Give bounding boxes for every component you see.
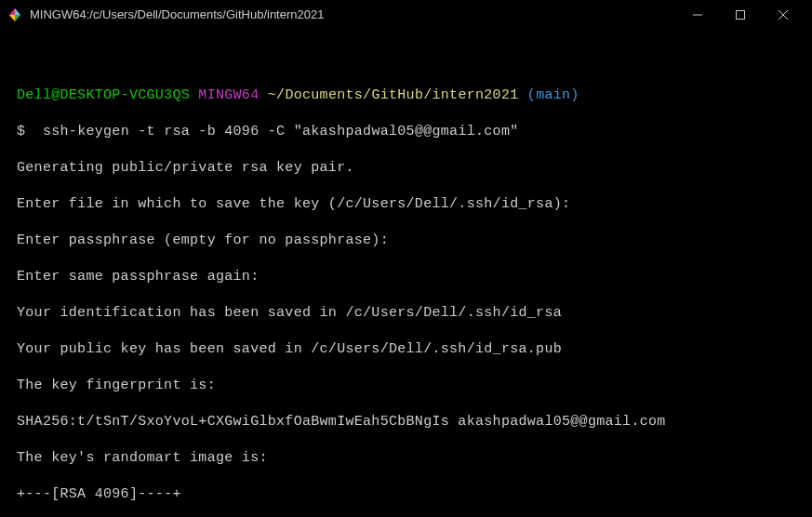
svg-marker-1 [15, 8, 20, 15]
prompt-symbol: $ [17, 124, 25, 139]
output-line: The key's randomart image is: [17, 449, 808, 468]
output-line: Enter same passphrase again: [17, 268, 808, 286]
svg-marker-3 [15, 15, 20, 21]
minimize-button[interactable] [676, 0, 719, 30]
svg-marker-2 [9, 15, 15, 21]
output-line: Your public key has been saved in /c/Use… [17, 340, 808, 359]
close-button[interactable] [762, 0, 805, 30]
maximize-button[interactable] [719, 0, 762, 30]
output-line: SHA256:t/tSnT/SxoYvoL+CXGwiGlbxfOaBwmIwE… [17, 413, 808, 431]
prompt-host: MINGW64 [198, 87, 259, 103]
output-line: Enter file in which to save the key (/c/… [17, 195, 808, 214]
command-line: $ ssh-keygen -t rsa -b 4096 -C "akashpad… [17, 123, 808, 141]
prompt-line: Dell@DESKTOP-VCGU3QS MINGW64 ~/Documents… [17, 86, 808, 105]
window-title: MINGW64:/c/Users/Dell/Documents/GitHub/i… [30, 7, 676, 23]
blank-line [17, 52, 808, 69]
window-titlebar: MINGW64:/c/Users/Dell/Documents/GitHub/i… [0, 0, 812, 30]
output-line: The key fingerprint is: [17, 377, 808, 395]
output-line: Enter passphrase (empty for no passphras… [17, 232, 808, 250]
prompt-path: ~/Documents/GitHub/intern2021 [268, 87, 519, 103]
svg-rect-5 [737, 11, 745, 20]
prompt-user: Dell@DESKTOP-VCGU3QS [17, 87, 190, 103]
randomart-line: +---[RSA 4096]----+ [17, 485, 808, 504]
terminal-content[interactable]: Dell@DESKTOP-VCGU3QS MINGW64 ~/Documents… [0, 30, 812, 517]
app-icon [7, 7, 22, 22]
command-text: ssh-keygen -t rsa -b 4096 -C "akashpadwa… [43, 124, 519, 139]
output-line: Your identification has been saved in /c… [17, 304, 808, 323]
output-line: Generating public/private rsa key pair. [17, 159, 808, 178]
prompt-branch: (main) [527, 87, 579, 103]
window-controls [676, 0, 805, 30]
